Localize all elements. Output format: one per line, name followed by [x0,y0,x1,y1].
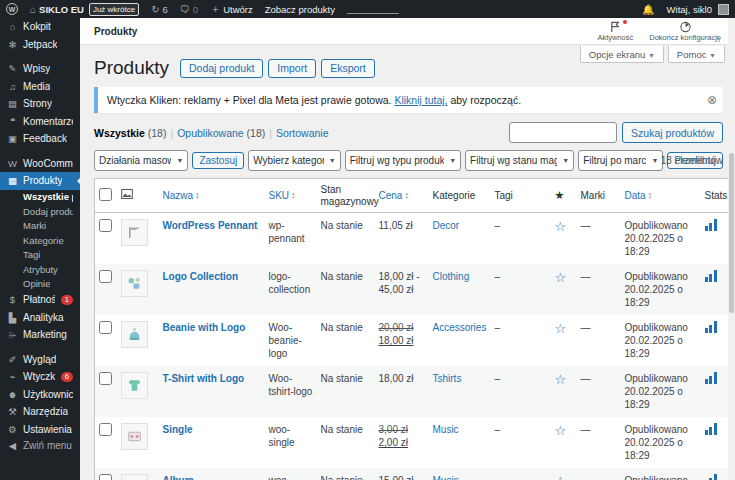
category-link[interactable]: Accessories [433,322,487,333]
product-name-link[interactable]: Single [163,424,193,435]
stats-icon[interactable] [705,372,717,384]
feature-star-icon[interactable]: ☆ [555,474,567,480]
sort-link[interactable]: Nazwa▲▼ [163,190,200,201]
product-name-link[interactable]: Album [163,475,194,480]
finish-setup-button[interactable]: Dokończ konfigurację [649,21,721,42]
submenu-item-dodaj-produkt[interactable]: Dodaj produkt [0,204,80,219]
scrollbar-thumb[interactable] [729,153,734,313]
category-link[interactable]: Music [433,424,459,435]
sidebar-item-woocommerce[interactable]: WWooCommerce [0,155,80,173]
sort-link[interactable]: Cena▲▼ [379,190,409,201]
product-name-link[interactable]: T-Shirt with Logo [163,373,245,384]
brand-value: — [581,373,591,384]
notifications-menu[interactable]: 🔔 [636,0,660,18]
sidebar-item-feedback[interactable]: ▣Feedback [0,130,80,148]
sidebar-item-media[interactable]: ♫Media [0,78,80,96]
search-input[interactable] [509,122,617,143]
adminbar-inline-input[interactable] [347,4,399,14]
collapse-icon: ◀ [7,440,18,451]
activity-button[interactable]: Aktywność [597,21,633,42]
apply-button[interactable]: Zastosuj [192,152,244,169]
collapse-menu[interactable]: ◀ Zwiń menu [0,437,80,455]
sidebar-item-jetpack[interactable]: ✻Jetpack [0,36,80,54]
view-link-opublikowane[interactable]: Opublikowane (18) [177,127,265,139]
comments-menu[interactable]: 🗨 0 [174,0,204,18]
feature-star-icon[interactable]: ☆ [555,372,567,387]
filter-select-0[interactable]: Wybierz kategorię▼ [248,150,341,171]
sidebar-item-u-ytkownicy[interactable]: ☻Użytkownicy [0,386,80,404]
submenu-item-tagi[interactable]: Tagi [0,248,80,263]
sort-link[interactable]: Data▲▼ [625,190,653,201]
submenu-item-atrybuty[interactable]: Atrybuty [0,262,80,277]
action-button-import[interactable]: Import [268,59,316,78]
category-link[interactable]: Clothing [433,271,470,282]
feature-star-icon[interactable]: ☆ [555,321,567,336]
product-name-link[interactable]: Logo Collection [163,271,239,282]
product-thumbnail[interactable] [121,423,148,450]
sidebar-item-kokpit[interactable]: ⌂Kokpit [0,18,80,36]
vertical-scrollbar[interactable] [728,18,735,480]
sidebar-item-p-atno-ci[interactable]: $Płatności1 [0,291,80,309]
stats-icon[interactable] [705,474,717,480]
stats-icon[interactable] [705,321,717,333]
stats-icon[interactable] [705,219,717,231]
product-thumbnail[interactable] [121,270,148,297]
notice-link[interactable]: Kliknij tutaj, [394,94,447,106]
view-products-link[interactable]: Zobacz produkty [259,0,341,18]
feature-star-icon[interactable]: ☆ [555,270,567,285]
feature-star-icon[interactable]: ☆ [555,219,567,234]
my-account-menu[interactable]: Witaj, sikl0 [661,0,735,18]
search-products-button[interactable]: Szukaj produktów [622,122,723,143]
filter-select-3[interactable]: Filtruj po marce▼ [578,150,663,171]
category-link[interactable]: Tshirts [433,373,462,384]
view-link-sortowanie[interactable]: Sortowanie [276,127,329,139]
action-button-eksport[interactable]: Eksport [321,59,375,78]
category-link[interactable]: Music [433,475,459,480]
stats-icon[interactable] [705,270,717,282]
submenu-item-kategorie[interactable]: Kategorie [0,233,80,248]
filter-select-1[interactable]: Filtruj wg typu produktu▼ [345,150,461,171]
bulk-actions-select[interactable]: Działania masowe▼ [94,150,188,171]
filter-select-2[interactable]: Filtruj wg stanu magazynowego▼ [465,150,574,171]
sidebar-item-komentarze[interactable]: ❝Komentarze [0,113,80,131]
sort-link[interactable]: SKU▲▼ [269,190,296,201]
help-button[interactable]: Pomoc ▼ [668,46,725,63]
category-link[interactable]: Decor [433,220,460,231]
updates-menu[interactable]: ↻ 6 [145,0,174,18]
feature-star-icon[interactable]: ☆ [555,423,567,438]
row-checkbox[interactable] [99,270,112,283]
row-checkbox[interactable] [99,423,112,436]
sidebar-item-produkty[interactable]: ▦Produkty [0,172,80,190]
submenu-item-opinie[interactable]: Opinie [0,277,80,292]
row-checkbox[interactable] [99,372,112,385]
sidebar-item-ustawienia[interactable]: ⚙Ustawienia [0,421,80,439]
sidebar-item-marketing[interactable]: ⌲Marketing [0,326,80,344]
wp-logo-menu[interactable]: W [0,0,24,18]
sidebar-item-wygl-d[interactable]: ✐Wygląd [0,351,80,369]
row-checkbox[interactable] [99,474,112,480]
row-checkbox[interactable] [99,219,112,232]
product-name-link[interactable]: WordPress Pennant [163,220,258,231]
sidebar-item-wpisy[interactable]: ✎Wpisy [0,60,80,78]
submenu-item-wszystkie-produkty[interactable]: Wszystkie produkty [0,190,80,205]
dismiss-notice-icon[interactable]: ⊗ [707,93,717,107]
product-thumbnail[interactable] [121,321,148,348]
sidebar-item-analityka[interactable]: ▙Analityka [0,309,80,327]
sidebar-item-wtyczki[interactable]: ⌁Wtyczki6 [0,368,80,386]
new-content-menu[interactable]: ＋ Utwórz [204,0,259,18]
select-all-checkbox[interactable] [99,188,112,201]
view-link-wszystkie[interactable]: Wszystkie (18) [94,127,166,139]
site-name-menu[interactable]: ⌂ SIKLO EU Już wkrótce [24,0,145,18]
submenu-item-marki[interactable]: Marki [0,219,80,234]
product-name-link[interactable]: Beanie with Logo [163,322,246,333]
screen-options-button[interactable]: Opcje ekranu ▼ [580,46,664,63]
sidebar-item-narz-dzia[interactable]: ⚒Narzędzia [0,403,80,421]
row-checkbox[interactable] [99,321,112,334]
action-button-dodaj-produkt[interactable]: Dodaj produkt [180,59,263,78]
stats-icon[interactable] [705,423,717,435]
product-thumbnail[interactable] [121,372,148,399]
sidebar-item-strony[interactable]: ▤Strony [0,95,80,113]
product-thumbnail[interactable] [121,474,148,480]
sidebar-item-label: Użytkownicy [23,389,73,400]
product-thumbnail[interactable] [121,219,148,246]
